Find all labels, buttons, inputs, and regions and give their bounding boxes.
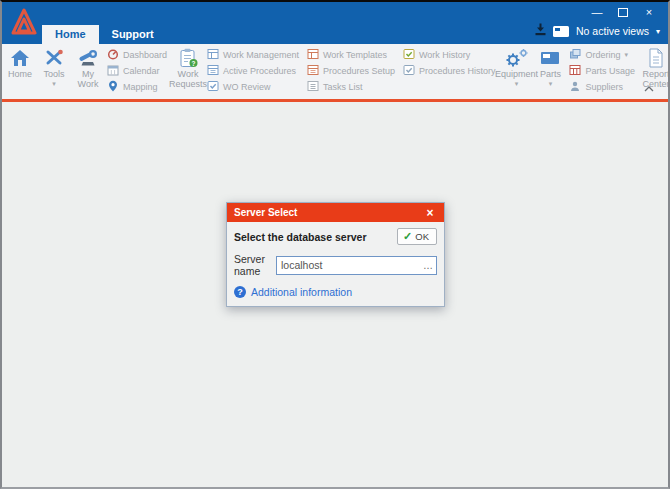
ribbon: Home Tools ▾ My Work — [2, 44, 668, 99]
equipment-label: Equipment — [495, 69, 538, 79]
app-logo-icon — [11, 7, 37, 41]
my-work-label: My Work — [75, 69, 101, 90]
server-select-dialog: Server Select × Select the database serv… — [226, 202, 445, 307]
parts-button[interactable]: Parts ▾ — [534, 45, 566, 99]
svg-text:?: ? — [191, 59, 195, 66]
work-requests-icon: ? — [179, 47, 198, 68]
dialog-close-button[interactable]: × — [423, 206, 437, 220]
views-stack: Dashboard Calendar Mapping — [104, 45, 170, 99]
server-name-label: Server name — [234, 253, 276, 277]
suppliers-label: Suppliers — [585, 82, 623, 92]
parts-icon — [540, 47, 560, 68]
dialog-body: Select the database server ✓ OK Server n… — [227, 222, 444, 306]
equipment-caret-icon: ▾ — [515, 80, 519, 87]
home-label: Home — [8, 69, 32, 79]
work-requests-button[interactable]: ? Work Requests — [172, 45, 204, 99]
download-icon[interactable] — [535, 22, 546, 40]
work-management-stack: Work Management Active Procedures WO Rev… — [204, 45, 302, 99]
dashboard-label: Dashboard — [123, 50, 167, 60]
wo-review-item[interactable]: WO Review — [207, 81, 299, 93]
report-center-icon — [647, 47, 665, 68]
server-name-field: … — [276, 256, 437, 275]
maximize-button[interactable] — [610, 5, 636, 20]
parts-usage-label: Parts Usage — [585, 66, 635, 76]
my-work-button[interactable]: My Work — [72, 45, 104, 99]
tab-support[interactable]: Support — [99, 25, 167, 44]
procedures-history-item[interactable]: Procedures History — [403, 65, 496, 77]
dialog-titlebar[interactable]: Server Select × — [227, 203, 444, 222]
app-window: — × Home Support No active v — [0, 0, 670, 489]
additional-information-link[interactable]: Additional information — [251, 286, 352, 298]
tools-button[interactable]: Tools ▾ — [38, 45, 70, 99]
ordering-caret-icon: ▾ — [625, 51, 629, 59]
tools-icon — [45, 47, 64, 68]
wo-review-label: WO Review — [223, 82, 271, 92]
views-icon — [553, 26, 569, 37]
parts-label: Parts — [540, 69, 561, 79]
tasks-list-item[interactable]: Tasks List — [307, 81, 395, 93]
work-history-item[interactable]: Work History — [403, 49, 496, 61]
work-templates-item[interactable]: Work Templates — [307, 49, 395, 61]
suppliers-icon — [569, 78, 581, 96]
procedures-setup-item[interactable]: Procedures Setup — [307, 65, 395, 77]
server-name-input[interactable] — [277, 259, 420, 271]
work-management-label: Work Management — [223, 50, 299, 60]
tools-caret-icon: ▾ — [52, 80, 56, 87]
suppliers-item[interactable]: Suppliers — [569, 81, 635, 93]
ordering-item[interactable]: Ordering ▾ — [569, 49, 635, 61]
my-work-icon — [77, 47, 99, 68]
checkmark-icon: ✓ — [403, 231, 412, 242]
home-icon — [10, 47, 30, 68]
wo-review-icon — [207, 78, 219, 96]
history-stack: Work History Procedures History — [400, 45, 499, 99]
ribbon-tabs: Home Support — [42, 25, 167, 44]
templates-stack: Work Templates Procedures Setup Tasks Li… — [304, 45, 398, 99]
tools-label: Tools — [43, 69, 64, 79]
parts-caret-icon: ▾ — [549, 80, 553, 87]
active-views-label: No active views — [576, 25, 649, 37]
procedures-history-label: Procedures History — [419, 66, 496, 76]
mapping-icon — [107, 78, 119, 96]
tab-home[interactable]: Home — [42, 25, 99, 44]
work-history-label: Work History — [419, 50, 470, 60]
active-views-status[interactable]: No active views ▾ — [535, 22, 660, 40]
active-procedures-item[interactable]: Active Procedures — [207, 65, 299, 77]
work-management-item[interactable]: Work Management — [207, 49, 299, 61]
collapse-ribbon-button[interactable] — [644, 78, 654, 96]
dialog-title: Server Select — [234, 207, 423, 218]
procedures-setup-label: Procedures Setup — [323, 66, 395, 76]
close-button[interactable]: × — [636, 5, 662, 20]
views-dropdown-caret-icon[interactable]: ▾ — [656, 27, 660, 36]
dashboard-item[interactable]: Dashboard — [107, 49, 167, 61]
browse-ellipsis-button[interactable]: … — [420, 258, 436, 273]
calendar-label: Calendar — [123, 66, 160, 76]
home-button[interactable]: Home — [4, 45, 36, 99]
work-templates-label: Work Templates — [323, 50, 387, 60]
help-icon: ? — [234, 286, 246, 298]
dialog-prompt: Select the database server — [234, 231, 367, 243]
parts-usage-item[interactable]: Parts Usage — [569, 65, 635, 77]
equipment-icon — [504, 47, 529, 68]
window-controls: — × — [584, 5, 662, 20]
workspace: Server Select × Select the database serv… — [2, 102, 668, 488]
procedures-history-icon — [403, 62, 415, 80]
work-requests-label: Work Requests — [169, 69, 207, 90]
tasks-list-label: Tasks List — [323, 82, 363, 92]
mapping-label: Mapping — [123, 82, 158, 92]
active-procedures-label: Active Procedures — [223, 66, 296, 76]
ok-button[interactable]: ✓ OK — [397, 228, 437, 245]
mapping-item[interactable]: Mapping — [107, 81, 167, 93]
calendar-item[interactable]: Calendar — [107, 65, 167, 77]
tasks-list-icon — [307, 78, 319, 96]
ok-label: OK — [415, 231, 429, 242]
equipment-button[interactable]: Equipment ▾ — [500, 45, 532, 99]
titlebar: — × Home Support No active v — [2, 2, 668, 44]
parts-stack: Ordering ▾ Parts Usage Suppliers — [566, 45, 638, 99]
minimize-button[interactable]: — — [584, 5, 610, 20]
maximize-icon — [618, 8, 628, 17]
ordering-label: Ordering — [585, 50, 620, 60]
